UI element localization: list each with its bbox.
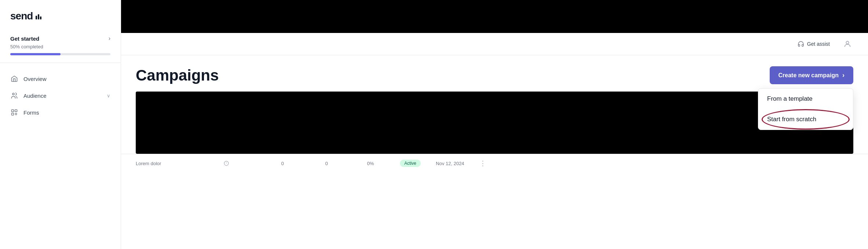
sidebar-item-audience-label: Audience	[23, 93, 102, 99]
create-campaign-label: Create new campaign	[778, 72, 839, 79]
table-row: Lorem dolor 0 0 0% Active Nov 12, 2024 ⋮	[121, 154, 868, 172]
sidebar-item-forms-label: Forms	[23, 109, 110, 116]
create-campaign-button[interactable]: Create new campaign ›	[770, 66, 854, 84]
dropdown-item-from-template[interactable]: From a template	[758, 89, 853, 109]
dropdown-item-start-scratch[interactable]: Start from scratch	[758, 109, 853, 130]
table-cell-col4: 0%	[356, 161, 385, 166]
table-cell-name: Lorem dolor	[136, 161, 209, 166]
home-icon	[10, 75, 18, 83]
get-started-title: Get started	[10, 36, 39, 42]
get-assist-label: Get assist	[807, 41, 830, 47]
sidebar-item-overview-label: Overview	[23, 76, 110, 82]
more-options-icon[interactable]: ⋮	[479, 159, 486, 167]
svg-rect-2	[15, 110, 17, 112]
progress-bar	[10, 53, 110, 55]
user-profile-button[interactable]	[842, 38, 853, 50]
svg-rect-1	[12, 110, 14, 112]
sidebar-item-audience[interactable]: Audience ∨	[0, 87, 121, 104]
svg-point-4	[846, 41, 849, 44]
status-badge: Active	[400, 160, 421, 167]
table-cell-date: Nov 12, 2024	[435, 161, 465, 166]
header-bar: Get assist	[121, 33, 868, 55]
sidebar-item-overview[interactable]: Overview	[0, 70, 121, 87]
headset-icon	[798, 41, 804, 47]
svg-rect-3	[12, 113, 14, 115]
main-content: Get assist Campaigns Create new campaign…	[121, 0, 868, 249]
sidebar-item-forms[interactable]: Forms	[0, 104, 121, 121]
get-started-chevron-icon[interactable]: ›	[109, 35, 110, 42]
sidebar-nav: Overview Audience ∨	[0, 63, 121, 249]
progress-bar-fill	[10, 53, 61, 55]
get-started-section[interactable]: Get started › 50% completed	[0, 29, 121, 63]
create-campaign-dropdown: From a template Start from scratch	[758, 88, 853, 130]
table-cell-col2: 0	[268, 161, 297, 166]
top-banner	[121, 0, 868, 33]
table-cell-col3: 0	[312, 161, 341, 166]
content-black-section	[136, 92, 853, 154]
sidebar: send Get started › 50% completed	[0, 0, 121, 249]
table-cell-icon	[224, 161, 253, 166]
forms-icon	[10, 108, 18, 116]
page-title: Campaigns	[136, 67, 219, 84]
get-assist-button[interactable]: Get assist	[793, 38, 834, 49]
svg-point-0	[12, 93, 14, 95]
start-from-scratch-label: Start from scratch	[767, 116, 816, 123]
logo-bars-icon	[36, 14, 41, 19]
audience-icon	[10, 92, 18, 100]
logo-text: send	[10, 10, 41, 22]
logo-area: send	[0, 0, 121, 29]
create-campaign-chevron-icon: ›	[842, 71, 845, 79]
get-started-subtitle: 50% completed	[10, 44, 110, 49]
audience-chevron-icon: ∨	[107, 93, 110, 99]
campaigns-area: Campaigns Create new campaign › From a t…	[121, 55, 868, 92]
